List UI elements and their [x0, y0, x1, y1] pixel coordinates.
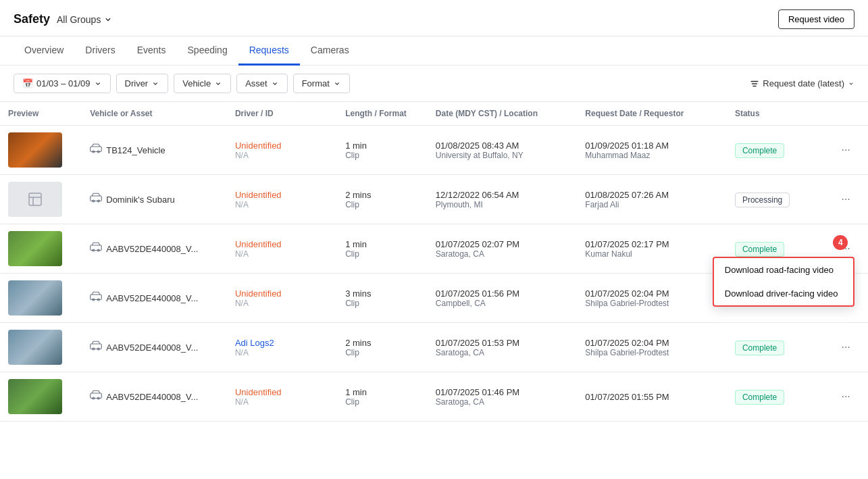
actions-cell: ··· — [829, 126, 868, 175]
vehicle-cell: AABV52DE440008_V... — [82, 372, 227, 422]
driver-name[interactable]: Adi Logs2 — [235, 338, 329, 348]
driver-name[interactable]: Unidentified — [235, 190, 329, 200]
length-value: 3 mins — [345, 288, 419, 299]
request-date-cell: 01/08/2025 07:26 AM Farjad Ali — [577, 175, 727, 224]
driver-name[interactable]: Unidentified — [235, 288, 329, 299]
table-row: AABV52DE440008_V... Adi Logs2 N/A 2 mins… — [0, 323, 868, 372]
tab-overview[interactable]: Overview — [14, 36, 74, 66]
driver-cell: Unidentified N/A — [227, 224, 337, 274]
location-value: Saratoga, CA — [436, 348, 569, 357]
actions-cell: ··· — [829, 372, 868, 422]
status-cell: Complete — [727, 372, 829, 422]
driver-name[interactable]: Unidentified — [235, 239, 329, 249]
date-cell: 12/12/2022 06:54 AM Plymouth, MI — [428, 175, 578, 224]
chevron-down-icon — [151, 80, 159, 88]
date-value: 01/07/2025 01:53 PM — [436, 338, 569, 348]
page-header: Safety All Groups Request video — [0, 0, 868, 36]
request-video-button[interactable]: Request video — [778, 9, 854, 29]
tab-cameras[interactable]: Cameras — [300, 36, 360, 66]
format-value: Clip — [345, 200, 419, 209]
driver-cell: Unidentified N/A — [227, 175, 337, 224]
table-row: AABV52DE440008_V... Unidentified N/A 1 m… — [0, 372, 868, 422]
more-options-button[interactable]: ··· — [837, 339, 854, 355]
table-row: Dominik's Subaru Unidentified N/A 2 mins… — [0, 175, 868, 224]
driver-filter[interactable]: Driver — [116, 74, 169, 93]
vehicle-name: AABV52DE440008_V... — [106, 392, 198, 402]
preview-thumbnail — [8, 132, 62, 168]
length-value: 1 min — [345, 141, 419, 151]
vehicle-name: AABV52DE440008_V... — [106, 244, 198, 254]
vehicle-name: AABV52DE440008_V... — [106, 343, 198, 353]
format-value: Clip — [345, 348, 419, 357]
vehicle-icon — [90, 241, 102, 256]
col-header-length: Length / Format — [337, 102, 428, 126]
status-badge: Complete — [735, 341, 784, 355]
requestor-value: Farjad Ali — [585, 200, 719, 209]
format-filter[interactable]: Format — [293, 74, 350, 93]
col-header-vehicle: Vehicle or Asset — [82, 102, 227, 126]
driver-name[interactable]: Unidentified — [235, 387, 329, 397]
date-cell: 01/08/2025 08:43 AM University at Buffal… — [428, 126, 578, 175]
group-selector[interactable]: All Groups — [57, 14, 113, 25]
vehicle-icon — [90, 340, 102, 355]
more-options-button[interactable]: ··· — [837, 388, 854, 405]
tab-requests[interactable]: Requests — [238, 36, 300, 66]
context-menu: Download road-facing video Download driv… — [713, 257, 854, 307]
more-options-button[interactable]: ··· — [837, 142, 854, 158]
download-road-facing[interactable]: Download road-facing video — [714, 258, 853, 282]
vehicle-icon — [90, 291, 102, 305]
length-value: 2 mins — [345, 338, 419, 348]
request-date-cell: 01/07/2025 02:17 PM Kumar Nakul — [577, 224, 727, 274]
date-value: 01/07/2025 02:07 PM — [436, 239, 569, 249]
svg-rect-3 — [29, 193, 41, 205]
length-cell: 1 min Clip — [337, 224, 428, 274]
col-header-reqdate: Request Date / Requestor — [577, 102, 727, 126]
date-cell: 01/07/2025 02:07 PM Saratoga, CA — [428, 224, 578, 274]
vehicle-name: AABV52DE440008_V... — [106, 293, 198, 303]
driver-name[interactable]: Unidentified — [235, 141, 329, 151]
requests-table: Preview Vehicle or Asset Driver / ID Len… — [0, 102, 868, 459]
tab-speeding[interactable]: Speeding — [177, 36, 238, 66]
tab-drivers[interactable]: Drivers — [74, 36, 126, 66]
dropdown-container: ··· 4 Download road-facing video Downloa… — [837, 241, 854, 257]
vehicle-name: TB124_Vehicle — [106, 145, 165, 155]
preview-cell — [0, 323, 82, 372]
length-cell: 1 min Clip — [337, 372, 428, 422]
requestor-value: Shilpa Gabriel-Prodtest — [585, 299, 719, 308]
preview-cell — [0, 274, 82, 323]
more-options-button[interactable]: ··· — [837, 191, 854, 207]
date-value: 12/12/2022 06:54 AM — [436, 190, 569, 200]
asset-filter[interactable]: Asset — [236, 74, 288, 93]
download-driver-facing[interactable]: Download driver-facing video — [714, 282, 853, 305]
length-value: 1 min — [345, 387, 419, 397]
format-value: Clip — [345, 299, 419, 308]
svg-rect-10 — [91, 295, 102, 300]
vehicle-icon — [90, 143, 102, 157]
page-title: Safety — [14, 12, 50, 26]
req-date-value: 01/07/2025 02:04 PM — [585, 338, 719, 348]
req-date-value: 01/07/2025 02:17 PM — [585, 239, 719, 249]
preview-cell — [0, 372, 82, 422]
vehicle-filter[interactable]: Vehicle — [174, 74, 231, 93]
req-date-value: 01/07/2025 01:55 PM — [585, 392, 719, 402]
col-header-date: Date (MDY CST) / Location — [428, 102, 578, 126]
date-value: 01/07/2025 01:56 PM — [436, 288, 569, 299]
calendar-icon: 📅 — [22, 78, 33, 89]
format-value: Clip — [345, 249, 419, 259]
actions-cell: ··· 4 Download road-facing video Downloa… — [829, 224, 868, 274]
vehicle-icon — [90, 389, 102, 404]
request-date-cell: 01/07/2025 02:04 PM Shilpa Gabriel-Prodt… — [577, 323, 727, 372]
svg-rect-13 — [91, 344, 102, 349]
status-cell: Processing — [727, 175, 829, 224]
sort-button[interactable]: Request date (latest) — [750, 78, 854, 89]
tab-events[interactable]: Events — [126, 36, 177, 66]
driver-cell: Unidentified N/A — [227, 274, 337, 323]
date-range-filter[interactable]: 📅 01/03 – 01/09 — [14, 74, 111, 93]
col-header-driver: Driver / ID — [227, 102, 337, 126]
vehicle-cell: AABV52DE440008_V... — [82, 274, 227, 323]
actions-cell: ··· — [829, 175, 868, 224]
svg-rect-16 — [91, 393, 102, 399]
status-cell: Complete — [727, 323, 829, 372]
location-value: Plymouth, MI — [436, 200, 569, 209]
col-header-actions — [829, 102, 868, 126]
